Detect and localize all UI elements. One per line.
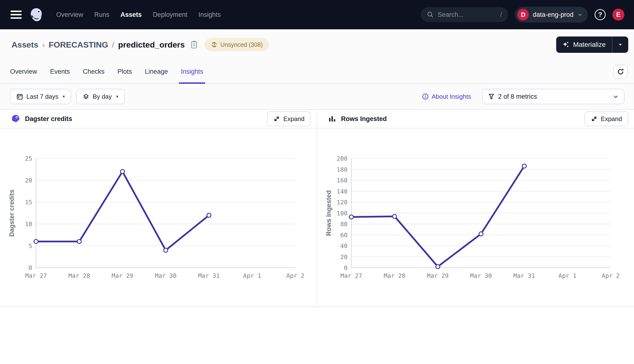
- x-tick-label: Mar 29: [112, 272, 133, 279]
- y-tick-label: 100: [337, 210, 348, 217]
- x-tick-label: Mar 28: [384, 272, 406, 279]
- expand-icon: [273, 116, 280, 122]
- y-axis-title: Dagster credits: [8, 190, 15, 237]
- insights-filters: Last 7 days ▾ By day ▾ About Insights 2 …: [0, 84, 634, 109]
- search-placeholder: Search...: [438, 11, 496, 18]
- breadcrumb-assets-link[interactable]: Assets: [12, 40, 38, 50]
- caret-down-icon: [618, 42, 623, 47]
- chart-panel-rows-ingested: Rows Ingested Expand 0204060801001201401…: [317, 110, 634, 306]
- nav-link-runs[interactable]: Runs: [94, 11, 110, 18]
- chart-panel-dagster-credits: Dagster credits Expand 0510152025Mar 27M…: [0, 110, 317, 306]
- data-line: [36, 172, 209, 250]
- dagster-logo-icon: [11, 114, 20, 124]
- y-tick-label: 40: [340, 242, 348, 250]
- y-tick-label: 25: [25, 155, 32, 162]
- metrics-selector[interactable]: 2 of 8 metrics: [482, 89, 624, 104]
- tab-checks[interactable]: Checks: [83, 60, 104, 83]
- asset-tabs: OverviewEventsChecksPlotsLineageInsights: [0, 60, 634, 84]
- workspace-avatar: D: [517, 9, 529, 20]
- asset-name: predicted_orders: [118, 40, 185, 50]
- y-tick-label: 180: [337, 166, 348, 173]
- copy-icon[interactable]: [190, 40, 198, 49]
- sync-status-badge: Unsynced (308): [204, 38, 269, 52]
- unsynced-icon: [211, 41, 218, 48]
- tab-overview[interactable]: Overview: [10, 60, 37, 83]
- y-tick-label: 200: [337, 155, 348, 162]
- asset-header: Assets › FORECASTING / predicted_orders: [0, 29, 634, 60]
- data-point: [522, 164, 526, 168]
- y-tick-label: 0: [28, 264, 32, 271]
- workspace-switcher[interactable]: D data-eng-prod: [515, 7, 588, 22]
- line-chart-dagster-credits: 0510152025Mar 27Mar 28Mar 29Mar 30Mar 31…: [0, 128, 316, 306]
- help-icon[interactable]: ?: [594, 9, 606, 20]
- nav-link-deployment[interactable]: Deployment: [153, 11, 187, 18]
- workspace-name: data-eng-prod: [533, 11, 574, 18]
- hamburger-menu-icon[interactable]: [10, 10, 22, 19]
- y-tick-label: 140: [337, 188, 348, 195]
- chart-title: Rows Ingested: [341, 115, 387, 123]
- refresh-button[interactable]: [613, 64, 628, 79]
- refresh-icon: [617, 68, 624, 76]
- granularity-filter[interactable]: By day ▾: [76, 89, 125, 104]
- insights-charts: Dagster credits Expand 0510152025Mar 27M…: [0, 109, 634, 307]
- materialize-button[interactable]: Materialize: [556, 36, 612, 53]
- expand-icon: [591, 116, 598, 122]
- nav-link-insights[interactable]: Insights: [198, 11, 221, 18]
- line-chart-rows-ingested: 020406080100120140160180200Mar 27Mar 28M…: [317, 128, 634, 306]
- about-insights-link[interactable]: About Insights: [422, 93, 471, 100]
- x-tick-label: Apr 1: [243, 272, 261, 279]
- y-tick-label: 5: [28, 242, 32, 250]
- y-tick-label: 160: [337, 177, 348, 184]
- data-line: [351, 166, 524, 267]
- data-point: [350, 215, 354, 219]
- time-range-filter[interactable]: Last 7 days ▾: [10, 89, 71, 104]
- tab-events[interactable]: Events: [50, 60, 70, 83]
- nav-link-overview[interactable]: Overview: [56, 11, 83, 18]
- caret-down-icon: ▾: [116, 94, 118, 99]
- materialize-dropdown-button[interactable]: [612, 36, 628, 53]
- x-tick-label: Mar 29: [427, 272, 448, 279]
- x-tick-label: Mar 31: [514, 272, 535, 279]
- data-point: [436, 264, 440, 269]
- bar-chart-icon: [328, 115, 336, 123]
- tab-insights[interactable]: Insights: [181, 60, 203, 83]
- expand-button[interactable]: Expand: [267, 112, 311, 126]
- materialize-split-button: Materialize: [556, 36, 628, 53]
- y-axis-title: Rows Ingested: [325, 190, 332, 236]
- sync-status-label: Unsynced (308): [220, 41, 263, 48]
- primary-nav: OverviewRunsAssetsDeploymentInsights: [56, 11, 221, 18]
- sparkle-icon: [562, 41, 570, 48]
- calendar-icon: [16, 93, 23, 100]
- user-avatar[interactable]: E: [612, 9, 624, 21]
- data-point: [164, 248, 168, 252]
- info-icon: [422, 93, 429, 100]
- data-point: [479, 232, 483, 236]
- data-point: [393, 214, 397, 218]
- expand-button[interactable]: Expand: [584, 112, 628, 126]
- x-tick-label: Apr 2: [602, 272, 620, 279]
- breadcrumb-separator: /: [112, 40, 114, 50]
- caret-down-icon: ▾: [63, 94, 65, 99]
- chart-title: Dagster credits: [25, 115, 72, 123]
- tab-lineage[interactable]: Lineage: [145, 60, 168, 83]
- y-tick-label: 10: [25, 221, 32, 228]
- search-icon: [427, 11, 434, 18]
- y-tick-label: 120: [337, 199, 348, 206]
- search-input[interactable]: Search... /: [421, 7, 508, 22]
- nav-link-assets[interactable]: Assets: [120, 11, 142, 18]
- x-tick-label: Apr 2: [286, 272, 304, 279]
- top-nav: OverviewRunsAssetsDeploymentInsights Sea…: [0, 0, 634, 29]
- breadcrumb-group-link[interactable]: FORECASTING: [49, 40, 108, 50]
- chart-svg: 020406080100120140160180200Mar 27Mar 28M…: [317, 128, 634, 306]
- search-shortcut: /: [500, 11, 502, 18]
- dagster-logo-icon[interactable]: [29, 7, 44, 22]
- data-point: [34, 240, 38, 244]
- tab-plots[interactable]: Plots: [118, 60, 132, 83]
- chevron-down-icon: [613, 94, 619, 100]
- y-tick-label: 20: [340, 254, 348, 260]
- y-tick-label: 60: [340, 232, 348, 239]
- chevron-down-icon: [577, 12, 582, 17]
- expand-label: Expand: [601, 115, 622, 123]
- about-insights-label: About Insights: [432, 93, 471, 100]
- filter-funnel-icon: [488, 93, 495, 100]
